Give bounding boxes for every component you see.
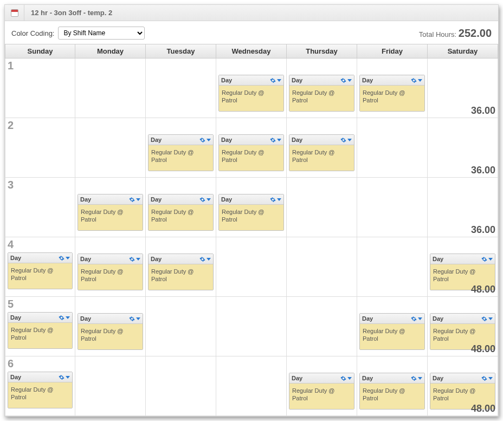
calendar-cell[interactable] bbox=[357, 118, 428, 178]
chevron-down-icon[interactable] bbox=[207, 198, 211, 201]
calendar-cell[interactable] bbox=[216, 237, 287, 297]
calendar-cell[interactable]: 36.00 bbox=[428, 118, 498, 178]
shift-card[interactable]: DayRegular Duty @ Patrol bbox=[78, 313, 143, 350]
chevron-down-icon[interactable] bbox=[347, 139, 352, 141]
shift-card[interactable]: DayRegular Duty @ Patrol bbox=[359, 75, 425, 112]
shift-card[interactable]: DayRegular Duty @ Patrol bbox=[78, 254, 143, 290]
calendar-cell[interactable]: DayRegular Duty @ Patrol bbox=[146, 118, 216, 178]
gear-icon[interactable] bbox=[340, 137, 346, 143]
calendar-cell[interactable]: 4DayRegular Duty @ Patrol bbox=[5, 237, 75, 297]
gear-icon[interactable] bbox=[411, 316, 417, 322]
calendar-cell[interactable]: DayRegular Duty @ Patrol bbox=[75, 297, 146, 356]
gear-icon[interactable] bbox=[340, 77, 346, 83]
chevron-down-icon[interactable] bbox=[207, 139, 211, 141]
calendar-cell[interactable] bbox=[75, 356, 146, 416]
calendar-cell[interactable]: 5DayRegular Duty @ Patrol bbox=[5, 297, 75, 356]
gear-icon[interactable] bbox=[199, 197, 205, 203]
gear-icon[interactable] bbox=[481, 256, 487, 262]
gear-icon[interactable] bbox=[129, 316, 135, 322]
calendar-cell[interactable]: 48.00DayRegular Duty @ Patrol bbox=[428, 237, 498, 297]
shift-card[interactable]: DayRegular Duty @ Patrol bbox=[78, 194, 143, 231]
calendar-cell[interactable]: 36.00 bbox=[428, 59, 498, 118]
gear-icon[interactable] bbox=[199, 137, 205, 143]
gear-icon[interactable] bbox=[411, 375, 417, 381]
shift-card[interactable]: DayRegular Duty @ Patrol bbox=[218, 75, 284, 112]
gear-icon[interactable] bbox=[199, 256, 205, 262]
chevron-down-icon[interactable] bbox=[488, 317, 493, 320]
chevron-down-icon[interactable] bbox=[418, 317, 422, 320]
chevron-down-icon[interactable] bbox=[488, 377, 493, 380]
calendar-cell[interactable]: DayRegular Duty @ Patrol bbox=[287, 356, 357, 416]
calendar-cell[interactable]: DayRegular Duty @ Patrol bbox=[357, 356, 428, 416]
gear-icon[interactable] bbox=[481, 316, 487, 322]
calendar-cell[interactable]: 48.00DayRegular Duty @ Patrol bbox=[428, 356, 498, 416]
chevron-down-icon[interactable] bbox=[347, 79, 352, 82]
shift-card[interactable]: DayRegular Duty @ Patrol bbox=[359, 313, 425, 350]
calendar-cell[interactable] bbox=[146, 59, 216, 118]
gear-icon[interactable] bbox=[270, 77, 276, 83]
calendar-cell[interactable]: DayRegular Duty @ Patrol bbox=[216, 118, 287, 178]
calendar-cell[interactable]: 48.00DayRegular Duty @ Patrol bbox=[428, 297, 498, 356]
gear-icon[interactable] bbox=[59, 315, 65, 321]
calendar-cell[interactable] bbox=[287, 297, 357, 356]
shift-card[interactable]: DayRegular Duty @ Patrol bbox=[148, 134, 214, 171]
gear-icon[interactable] bbox=[411, 77, 417, 83]
calendar-cell[interactable]: DayRegular Duty @ Patrol bbox=[357, 59, 428, 118]
chevron-down-icon[interactable] bbox=[66, 316, 70, 319]
calendar-cell[interactable]: DayRegular Duty @ Patrol bbox=[287, 118, 357, 178]
gear-icon[interactable] bbox=[129, 197, 135, 203]
shift-card[interactable]: DayRegular Duty @ Patrol bbox=[289, 134, 354, 171]
calendar-cell[interactable] bbox=[75, 59, 146, 118]
calendar-cell[interactable]: DayRegular Duty @ Patrol bbox=[146, 178, 216, 237]
shift-card[interactable]: DayRegular Duty @ Patrol bbox=[359, 373, 425, 410]
calendar-cell[interactable]: DayRegular Duty @ Patrol bbox=[146, 237, 216, 297]
calendar-cell[interactable] bbox=[216, 356, 287, 416]
gear-icon[interactable] bbox=[481, 375, 487, 381]
chevron-down-icon[interactable] bbox=[418, 79, 422, 82]
calendar-cell[interactable]: 36.00 bbox=[428, 178, 498, 237]
chevron-down-icon[interactable] bbox=[66, 257, 70, 259]
chevron-down-icon[interactable] bbox=[418, 377, 422, 380]
shift-card[interactable]: DayRegular Duty @ Patrol bbox=[148, 194, 214, 231]
calendar-cell[interactable]: DayRegular Duty @ Patrol bbox=[75, 178, 146, 237]
calendar-cell[interactable] bbox=[216, 297, 287, 356]
calendar-cell[interactable] bbox=[146, 297, 216, 356]
shift-card[interactable]: DayRegular Duty @ Patrol bbox=[218, 134, 284, 171]
calendar-cell[interactable] bbox=[287, 237, 357, 297]
chevron-down-icon[interactable] bbox=[488, 258, 493, 261]
chevron-down-icon[interactable] bbox=[277, 139, 281, 141]
calendar-cell[interactable] bbox=[357, 178, 428, 237]
chevron-down-icon[interactable] bbox=[136, 258, 140, 261]
calendar-cell[interactable] bbox=[146, 356, 216, 416]
calendar-cell[interactable] bbox=[75, 118, 146, 178]
chevron-down-icon[interactable] bbox=[277, 198, 281, 201]
shift-card[interactable]: DayRegular Duty @ Patrol bbox=[148, 254, 214, 290]
shift-card[interactable]: DayRegular Duty @ Patrol bbox=[289, 373, 354, 410]
chevron-down-icon[interactable] bbox=[347, 377, 352, 380]
calendar-cell[interactable]: 3 bbox=[5, 178, 75, 237]
chevron-down-icon[interactable] bbox=[277, 79, 281, 82]
shift-card[interactable]: DayRegular Duty @ Patrol bbox=[289, 75, 354, 112]
calendar-icon-box[interactable] bbox=[5, 5, 24, 21]
shift-card[interactable]: DayRegular Duty @ Patrol bbox=[218, 194, 284, 231]
chevron-down-icon[interactable] bbox=[207, 258, 211, 261]
calendar-cell[interactable]: DayRegular Duty @ Patrol bbox=[216, 59, 287, 118]
calendar-cell[interactable]: 2 bbox=[5, 118, 75, 178]
chevron-down-icon[interactable] bbox=[136, 198, 140, 201]
gear-icon[interactable] bbox=[59, 255, 65, 261]
shift-card[interactable]: DayRegular Duty @ Patrol bbox=[8, 312, 73, 349]
chevron-down-icon[interactable] bbox=[66, 376, 70, 379]
calendar-cell[interactable]: 1 bbox=[5, 59, 75, 118]
chevron-down-icon[interactable] bbox=[136, 317, 140, 320]
calendar-cell[interactable] bbox=[357, 237, 428, 297]
gear-icon[interactable] bbox=[129, 256, 135, 262]
shift-card[interactable]: DayRegular Duty @ Patrol bbox=[8, 252, 73, 289]
gear-icon[interactable] bbox=[59, 374, 65, 380]
calendar-cell[interactable]: DayRegular Duty @ Patrol bbox=[287, 59, 357, 118]
calendar-cell[interactable]: 6DayRegular Duty @ Patrol bbox=[5, 356, 75, 416]
calendar-cell[interactable]: DayRegular Duty @ Patrol bbox=[75, 237, 146, 297]
calendar-cell[interactable]: DayRegular Duty @ Patrol bbox=[357, 297, 428, 356]
calendar-cell[interactable] bbox=[287, 178, 357, 237]
gear-icon[interactable] bbox=[270, 137, 276, 143]
gear-icon[interactable] bbox=[340, 375, 346, 381]
